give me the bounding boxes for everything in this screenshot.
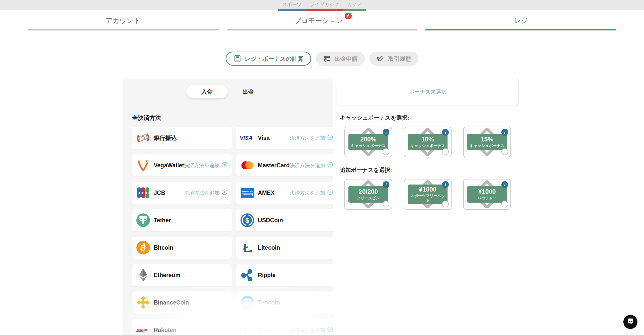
bonus-radio[interactable] — [501, 148, 508, 155]
calculator-icon — [233, 55, 242, 63]
bonus-card[interactable]: ¥1000 スポーツフリーベット i — [404, 179, 452, 210]
info-icon[interactable]: i — [442, 129, 449, 136]
payment-method-card[interactable]: $ USDCoin — [236, 209, 333, 231]
cash-bonus-heading: キャッシュボーナスを選択: — [340, 114, 519, 122]
toncoin-icon — [240, 295, 255, 310]
info-icon[interactable]: i — [501, 129, 508, 136]
cashier-action-button[interactable]: レジ・ボーナスの計算 — [226, 52, 311, 66]
bonus-card[interactable]: 10% キャッシュボーナス i — [404, 127, 452, 157]
tab-underline — [278, 9, 306, 11]
payment-method-card[interactable]: JCB JCB 決済方法を追加 — [132, 182, 232, 204]
account-section-tabs: アカウント プロモーション6 レジ — [0, 10, 644, 30]
add-payment-method-link[interactable]: 決済方法を追加 — [184, 162, 228, 169]
info-icon[interactable]: i — [501, 181, 508, 188]
rakuten-logo: Rakuten — [136, 322, 151, 335]
tab-underline — [343, 9, 366, 11]
cashier-action-button[interactable]: 取引履歴 — [369, 52, 418, 66]
add-payment-method-link[interactable]: 決済方法を追加 — [290, 326, 333, 334]
bitcoin-icon: B — [136, 240, 151, 255]
ripple-icon — [240, 268, 255, 283]
payment-method-card[interactable]: Ripple — [236, 264, 333, 286]
tether-icon — [136, 213, 151, 228]
svg-text:C: C — [142, 191, 145, 195]
cash-bonus-row: 200% キャッシュボーナス i 10% キャッシュボーナス i — [344, 127, 519, 157]
bonus-card[interactable]: 20/200 フリースピン i — [344, 179, 392, 210]
payment-method-card[interactable]: payz Payz 決済方法を追加 — [236, 319, 333, 335]
svg-text:AMERICAN: AMERICAN — [242, 190, 253, 193]
deposit-withdraw-toggle: 入金 出金 — [132, 85, 323, 98]
bank-transfer-icon — [136, 130, 151, 145]
payment-method-card[interactable]: 銀行振込 — [132, 127, 232, 149]
mastercard-icon — [240, 158, 255, 173]
payz-logo: payz — [240, 322, 255, 335]
chat-button[interactable] — [623, 315, 637, 329]
svg-text:$: $ — [245, 216, 249, 224]
payment-method-card[interactable]: B Bitcoin — [132, 237, 232, 259]
amex-icon: AMERICANEXPRESS — [240, 185, 255, 200]
vegawallet-icon: ★★ — [136, 158, 151, 173]
extra-bonus-row: 20/200 フリースピン i ¥1000 スポーツフリーベット i — [344, 179, 519, 210]
payment-method-card[interactable]: Tether — [132, 209, 232, 231]
plus-circle-icon — [327, 162, 333, 169]
payment-method-card[interactable]: Ethereum — [132, 264, 232, 286]
payment-method-card[interactable]: MasterCard 決済方法を追加 — [236, 154, 333, 176]
payment-method-card[interactable]: BinanceCoin — [132, 291, 232, 314]
deposit-tab[interactable]: 入金 — [186, 85, 228, 98]
top-product-nav: スポーツ ライブカジノ カジノ — [0, 0, 644, 10]
svg-text:EXPRESS: EXPRESS — [243, 194, 252, 196]
extra-bonus-heading: 追加ボーナスを選択: — [340, 166, 519, 174]
bonus-card[interactable]: 15% キャッシュボーナス i — [463, 127, 511, 157]
add-payment-method-link[interactable]: 決済方法を追加 — [290, 134, 333, 142]
payment-method-card[interactable]: Toncoin — [236, 291, 333, 314]
payment-method-card[interactable]: Rakuten Rakuten — [132, 319, 232, 335]
bonus-column: ボーナス未選択 キャッシュボーナスを選択: 200% キャッシュボーナス i — [337, 79, 519, 210]
account-tab[interactable]: レジ — [425, 10, 616, 30]
jcb-icon: JCB — [136, 185, 151, 200]
svg-text:payz: payz — [240, 327, 250, 332]
plus-circle-icon — [327, 189, 333, 197]
info-icon[interactable]: i — [383, 181, 389, 188]
bonus-radio[interactable] — [442, 148, 449, 155]
withdraw-tab[interactable]: 出金 — [228, 85, 269, 98]
payment-method-card[interactable]: AMERICANEXPRESS AMEX 決済方法を追加 — [236, 182, 333, 204]
add-payment-method-link[interactable]: 決済方法を追加 — [290, 189, 333, 197]
usdcoin-icon: $ — [240, 213, 255, 228]
bonus-radio[interactable] — [383, 201, 389, 207]
top-nav-tab[interactable]: スポーツ — [278, 1, 306, 10]
svg-text:J: J — [138, 191, 140, 195]
info-icon[interactable]: i — [383, 129, 389, 136]
bonus-radio[interactable] — [501, 201, 508, 207]
bonus-radio[interactable] — [442, 201, 449, 207]
svg-text:VISA: VISA — [240, 135, 253, 141]
chat-icon — [627, 318, 634, 326]
plus-circle-icon — [327, 134, 333, 142]
cashier-action-button[interactable]: 出金申請 — [316, 52, 365, 66]
bonus-radio[interactable] — [383, 148, 389, 155]
cashier-main: 入金 出金 全決済方法 銀行振込 VISA Visa 決済方法を追加 — [123, 79, 644, 335]
payment-method-card[interactable]: ★★ VegaWallet 決済方法を追加 — [132, 154, 232, 176]
svg-text:Ł: Ł — [244, 241, 251, 255]
bonus-summary-box: ボーナス未選択 — [337, 79, 519, 105]
plus-circle-icon — [221, 162, 228, 169]
top-nav-tab[interactable]: カジノ — [343, 1, 366, 10]
payment-method-card[interactable]: VISA Visa 決済方法を追加 — [236, 127, 333, 149]
withdraw-icon — [323, 55, 331, 63]
visa-logo: VISA — [240, 130, 255, 145]
history-icon — [376, 55, 385, 63]
bonus-card[interactable]: ¥1000 バウチャー i — [463, 179, 511, 210]
methods-heading: 全決済方法 — [132, 114, 323, 122]
svg-text:B: B — [146, 191, 148, 195]
tab-underline — [306, 9, 343, 11]
add-payment-method-link[interactable]: 決済方法を追加 — [184, 189, 228, 197]
top-nav-tab[interactable]: ライブカジノ — [306, 1, 343, 10]
account-tab[interactable]: プロモーション6 — [227, 10, 418, 30]
account-tab[interactable]: アカウント — [28, 10, 219, 30]
add-payment-method-link[interactable]: 決済方法を追加 — [290, 162, 333, 169]
litecoin-icon: Ł — [240, 240, 255, 255]
bonus-card[interactable]: 200% キャッシュボーナス i — [344, 127, 392, 157]
payment-method-card[interactable]: Ł Litecoin — [236, 237, 333, 259]
payment-methods-panel: 入金 出金 全決済方法 銀行振込 VISA Visa 決済方法を追加 — [123, 79, 333, 335]
info-icon[interactable]: i — [442, 181, 449, 188]
ethereum-icon — [136, 268, 151, 283]
cashier-action-row: レジ・ボーナスの計算 出金申請 取引履歴 — [0, 52, 644, 66]
